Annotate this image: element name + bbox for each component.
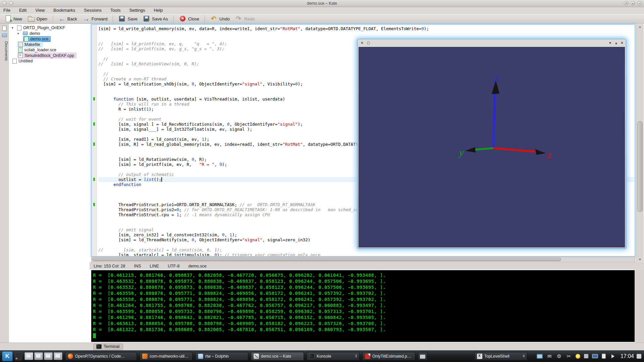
- task-kate[interactable]: demo.sce – Kate: [251, 352, 304, 361]
- display-icon[interactable]: [537, 354, 543, 359]
- task-dolphin[interactable]: rtw – Dolphin: [195, 352, 248, 361]
- insert-mode-indicator[interactable]: INS: [134, 264, 141, 268]
- terminal-output[interactable]: R = [0.461215, 0.881766, 0.098837, 0.882…: [91, 270, 635, 342]
- desktop: demo.sce – Kate ▾ ▴ × FileEditViewBookma…: [0, 0, 644, 362]
- documents-icon[interactable]: [2, 25, 7, 31]
- menu-item-file[interactable]: File: [3, 8, 10, 13]
- z-axis-label: z: [493, 72, 498, 85]
- terminal-line: R = [0.463532, 0.880878, 0.095873, 0.880…: [93, 278, 635, 284]
- kde-menu-button[interactable]: K: [2, 351, 13, 361]
- tree-item-demo-sce[interactable]: demo.sce: [9, 36, 90, 42]
- gear-icon[interactable]: [556, 353, 562, 359]
- usb-icon[interactable]: [584, 354, 588, 358]
- save-as-button[interactable]: Save As: [141, 14, 170, 23]
- rotation-view-canvas[interactable]: z x y: [359, 47, 625, 247]
- expander-icon[interactable]: ▾: [17, 32, 21, 35]
- task-pdf[interactable]: OnlyTiltEstimated.pdf – …: [362, 352, 415, 361]
- tree-item-untitled[interactable]: Untitled: [9, 58, 90, 64]
- menu-item-view[interactable]: View: [35, 8, 45, 13]
- clipboard-icon[interactable]: [602, 354, 606, 359]
- shade-button[interactable]: [367, 42, 370, 45]
- task-mathworks-label: com-mathworks-util-Po…: [150, 354, 190, 359]
- pager-desktop-4[interactable]: [54, 352, 62, 360]
- doc-icon: [12, 59, 17, 64]
- documents-sidebar-strip[interactable]: Documents: [0, 24, 9, 343]
- rotation-view-window[interactable]: × ▾ ▴ × z x y: [357, 39, 626, 249]
- maximize-icon[interactable]: ▴: [615, 41, 617, 45]
- close-icon[interactable]: ×: [361, 41, 363, 45]
- task-unknown-app[interactable]: [418, 352, 427, 361]
- taskbar: K OpenRTDynamics / Code…com-mathworks-ut…: [0, 350, 644, 362]
- save-button[interactable]: Save: [116, 14, 140, 23]
- task-openrtdynamics[interactable]: OpenRTDynamics / Code…: [65, 352, 137, 361]
- tree-item-ortd-plugin-oriekf[interactable]: ▾ORTD_Plugin_OriEKF: [9, 25, 90, 31]
- vertical-scroll-handle[interactable]: [637, 121, 643, 212]
- pager-desktop-2[interactable]: [34, 352, 43, 360]
- close-window-button[interactable]: ×: [637, 1, 642, 5]
- close-button[interactable]: Close: [177, 14, 202, 23]
- menu-item-settings[interactable]: Settings: [129, 8, 145, 13]
- selection-mode-indicator[interactable]: LINE: [150, 264, 159, 268]
- new-button-label: New: [13, 16, 22, 21]
- tree-item-label: SimulinkBlock_OriEKF.cpp: [24, 53, 74, 58]
- minimize-button[interactable]: ▾: [624, 1, 628, 5]
- terminal-line: R = [0.463532, 0.880878, 0.095873, 0.880…: [93, 284, 635, 290]
- tree-item-scilab-loader-sce[interactable]: scilab_loader.sce: [9, 47, 90, 53]
- menu-item-bookmarks[interactable]: Bookmarks: [53, 8, 75, 13]
- task-mathworks[interactable]: com-mathworks-util-Po…: [140, 352, 193, 361]
- bottom-tool-tabbar: Terminal: [0, 343, 644, 350]
- menu-item-sessions[interactable]: Sessions: [84, 8, 102, 13]
- undo-button[interactable]: Undo: [208, 14, 232, 23]
- scroll-down-icon[interactable]: ▼: [636, 258, 644, 261]
- pager-desktop-3[interactable]: [44, 352, 53, 360]
- task-dolphin-label: rtw – Dolphin: [205, 354, 246, 359]
- filesystem-browser-icon[interactable]: [2, 33, 7, 38]
- editor-gutter[interactable]: [92, 25, 97, 256]
- forward-button[interactable]: Forward: [80, 14, 110, 23]
- mail-icon[interactable]: [546, 353, 552, 359]
- menu-item-edit[interactable]: Edit: [19, 8, 26, 13]
- menu-item-help[interactable]: Help: [154, 8, 163, 13]
- tree-item-label: scilab_loader.sce: [24, 48, 56, 52]
- minimize-icon[interactable]: ▾: [609, 41, 611, 45]
- back-button[interactable]: Back: [56, 14, 79, 23]
- expander-icon[interactable]: ▾: [12, 26, 15, 29]
- back-button-label: Back: [67, 16, 77, 21]
- encoding-indicator[interactable]: UTF-8: [168, 264, 179, 268]
- new-button[interactable]: New: [2, 14, 24, 23]
- tree-item-makefile[interactable]: Makefile: [9, 42, 90, 48]
- file-tree[interactable]: ▾ORTD_Plugin_OriEKF▾demodemo.sceMakefile…: [9, 24, 90, 343]
- terminal-icon: [96, 344, 102, 349]
- pager-desktop-1[interactable]: [24, 352, 33, 360]
- close-icon-right[interactable]: ×: [621, 41, 623, 45]
- open-button[interactable]: Open: [25, 14, 50, 23]
- bulb-icon[interactable]: [576, 354, 580, 359]
- scissors-icon[interactable]: [566, 353, 572, 359]
- vertical-scrollbar[interactable]: ▲ ▼: [636, 24, 644, 262]
- title-bar[interactable]: demo.sce – Kate ▾ ▴ ×: [0, 0, 644, 7]
- horizontal-scroll-handle[interactable]: [92, 258, 561, 261]
- menu-item-tools[interactable]: Tools: [110, 8, 120, 13]
- show-desktop-icon[interactable]: [15, 352, 22, 360]
- redo-button[interactable]: Redo: [233, 14, 257, 23]
- open-folder-icon: [28, 15, 35, 22]
- tree-item-label: Makefile: [24, 42, 40, 47]
- tree-item-label: Untitled: [18, 59, 33, 63]
- tree-item-body: scilab_loader.sce: [17, 48, 58, 53]
- toolbar-separator: [205, 15, 205, 22]
- task-konsole[interactable]: Konsole3: [307, 352, 360, 361]
- rotation-view-titlebar[interactable]: × ▾ ▴ ×: [358, 39, 626, 47]
- maximize-button[interactable]: ▴: [631, 1, 635, 5]
- scroll-up-icon[interactable]: ▲: [636, 25, 644, 28]
- horizontal-scrollbar[interactable]: [91, 257, 635, 262]
- monitor-icon[interactable]: [592, 354, 598, 358]
- clock[interactable]: 17:04: [621, 353, 634, 359]
- terminal-tab[interactable]: Terminal: [93, 344, 123, 350]
- terminal-line: R = [0.463599, 0.880858, 0.095733, 0.880…: [93, 308, 635, 314]
- task-pdf-label: OnlyTiltEstimated.pdf – …: [372, 354, 413, 359]
- klipper-icon[interactable]: [637, 354, 641, 359]
- tree-item-demo[interactable]: ▾demo: [9, 31, 90, 37]
- tree-item-simulinkblock-oriekf-cpp[interactable]: SimulinkBlock_OriEKF.cpp: [9, 53, 90, 59]
- task-toplevelshell[interactable]: TopLevelShell4: [474, 352, 527, 361]
- volume-icon[interactable]: [611, 354, 616, 358]
